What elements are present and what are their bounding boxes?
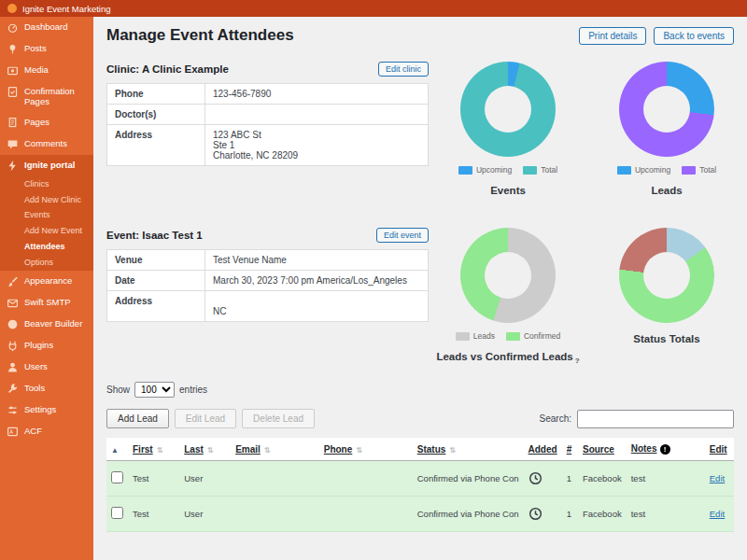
leads-vs-confirmed-donut-chart <box>460 228 556 323</box>
edit-lead-link[interactable]: Edit <box>710 509 725 519</box>
notes-info-icon[interactable]: ! <box>660 444 670 455</box>
leads-table: ▲ First⇅ Last⇅ Email⇅ Phone⇅ Status⇅ Add… <box>106 438 734 532</box>
edit-lead-button[interactable]: Edit Lead <box>175 409 236 428</box>
row-checkbox[interactable] <box>111 471 123 483</box>
row-value <box>205 105 429 125</box>
sidebar-item-media[interactable]: Media <box>0 60 93 81</box>
sidebar-item-pages[interactable]: Pages <box>0 112 93 133</box>
help-icon[interactable]: ? <box>575 357 580 365</box>
sidebar-item-comments[interactable]: Comments <box>0 133 93 155</box>
column-header-first[interactable]: First⇅ <box>128 438 179 461</box>
column-header-added[interactable]: Added <box>524 438 562 461</box>
sidebar-item-confirmation-pages[interactable]: Confirmation Pages <box>0 81 93 112</box>
print-details-button[interactable]: Print details <box>579 27 646 45</box>
entries-select[interactable]: 100 <box>134 382 175 398</box>
main-content: Manage Event Attendees Print details Bac… <box>93 0 747 560</box>
legend-item-confirmed[interactable]: Confirmed <box>506 331 560 341</box>
back-to-events-button[interactable]: Back to events <box>654 27 734 45</box>
submenu-item-clinics[interactable]: Clinics <box>0 176 93 192</box>
legend-item-total[interactable]: Total <box>523 165 557 175</box>
legend-label: Total <box>699 165 716 175</box>
clinic-heading-row: Clinic: A Clinic Example Edit clinic <box>106 62 429 77</box>
first-cell: Test <box>128 461 179 497</box>
column-header-email[interactable]: Email⇅ <box>231 438 319 461</box>
row-value: 123-456-7890 <box>205 84 429 105</box>
page-header: Manage Event Attendees Print details Bac… <box>106 26 734 45</box>
column-header-status[interactable]: Status⇅ <box>413 438 524 461</box>
search-label: Search: <box>540 413 571 424</box>
submenu-item-label: Options <box>24 258 88 268</box>
sidebar-item-dashboard[interactable]: Dashboard <box>0 17 93 38</box>
sidebar-item-plugins[interactable]: Plugins <box>0 335 93 357</box>
chart-title: Events <box>490 185 526 196</box>
clock-icon[interactable] <box>529 471 557 485</box>
appearance-icon <box>7 275 19 287</box>
email-cell <box>231 461 319 497</box>
submenu-item-add-new-event[interactable]: Add New Event <box>0 223 93 239</box>
notes-cell: test <box>627 461 705 497</box>
edit-lead-link[interactable]: Edit <box>710 473 725 483</box>
plugins-icon <box>7 340 19 352</box>
leads-donut-chart <box>619 62 714 157</box>
row-value: March 30, 2023 7:00 pm America/Los_Angel… <box>205 271 429 291</box>
delete-lead-button[interactable]: Delete Lead <box>242 409 315 428</box>
sidebar-item-beaver-builder[interactable]: Beaver Builder <box>0 314 93 335</box>
row-checkbox[interactable] <box>111 507 123 519</box>
admin-sidebar: Dashboard Posts Media Confirmation Pages… <box>0 17 93 560</box>
event-charts: Leads Confirmed Leads vs Confirmed Leads… <box>429 228 746 365</box>
sidebar-item-swift-smtp[interactable]: Swift SMTP <box>0 292 93 314</box>
legend-item-upcoming[interactable]: Upcoming <box>458 165 512 175</box>
submenu-item-attendees[interactable]: Attendees <box>0 239 93 255</box>
sidebar-item-acf[interactable]: ACF <box>0 421 93 442</box>
sidebar-portal-block: Ignite portal Clinics Add New Clinic Eve… <box>0 155 93 271</box>
sidebar-item-appearance[interactable]: Appearance <box>0 271 93 292</box>
clinic-charts: Upcoming Total Events Upcoming <box>429 62 746 196</box>
settings-icon <box>7 404 19 416</box>
sidebar-item-posts[interactable]: Posts <box>0 38 93 60</box>
page-title: Manage Event Attendees <box>106 26 294 45</box>
sidebar-item-label: Dashboard <box>24 21 87 32</box>
sidebar-item-ignite-portal[interactable]: Ignite portal <box>0 155 93 176</box>
column-header-number[interactable]: # <box>562 438 578 461</box>
swift-smtp-icon <box>7 297 19 309</box>
column-header-last[interactable]: Last⇅ <box>179 438 231 461</box>
edit-event-button[interactable]: Edit event <box>376 228 429 243</box>
comments-icon <box>7 138 19 150</box>
select-column-header[interactable]: ▲ <box>106 438 128 461</box>
clinic-doctors-row: Doctor(s) <box>107 105 429 125</box>
submenu-item-label: Add New Clinic <box>24 195 88 205</box>
legend-label: Total <box>541 165 557 175</box>
edit-clinic-button[interactable]: Edit clinic <box>378 62 429 77</box>
sidebar-item-label: Swift SMTP <box>24 297 87 307</box>
email-cell <box>231 497 319 532</box>
column-header-source[interactable]: Source <box>578 438 627 461</box>
submenu-item-label: Events <box>24 210 88 220</box>
clock-icon[interactable] <box>529 507 557 521</box>
admin-bar-site-name[interactable]: Ignite Event Marketing <box>22 4 111 14</box>
status-cell: Confirmed via Phone Con <box>413 497 524 532</box>
sidebar-item-settings[interactable]: Settings <box>0 399 93 421</box>
search-input[interactable] <box>577 410 734 428</box>
sidebar-item-label: Media <box>24 64 87 75</box>
pages-icon <box>7 117 19 129</box>
submenu-item-events[interactable]: Events <box>0 207 93 223</box>
column-header-phone[interactable]: Phone⇅ <box>319 438 413 461</box>
submenu-item-options[interactable]: Options <box>0 255 93 271</box>
event-heading-row: Event: Isaac Test 1 Edit event <box>106 228 429 243</box>
add-lead-button[interactable]: Add Lead <box>106 409 169 428</box>
sidebar-item-users[interactable]: Users <box>0 357 93 378</box>
clinic-heading: Clinic: A Clinic Example <box>106 63 229 75</box>
column-header-notes[interactable]: Notes! <box>627 438 705 461</box>
legend-item-leads[interactable]: Leads <box>456 331 495 341</box>
show-entries-row: Show 100 entries <box>106 382 734 398</box>
leads-chart-legend: Upcoming Total <box>617 165 716 175</box>
confirmation-pages-icon <box>7 86 19 98</box>
sort-asc-icon: ▲ <box>111 446 119 455</box>
legend-item-total[interactable]: Total <box>682 165 716 175</box>
legend-swatch <box>458 166 472 175</box>
legend-item-upcoming[interactable]: Upcoming <box>617 165 670 175</box>
clinic-section: Clinic: A Clinic Example Edit clinic Pho… <box>106 62 734 196</box>
submenu-item-add-new-clinic[interactable]: Add New Clinic <box>0 192 93 208</box>
row-label: Address <box>107 291 205 322</box>
sidebar-item-tools[interactable]: Tools <box>0 378 93 399</box>
